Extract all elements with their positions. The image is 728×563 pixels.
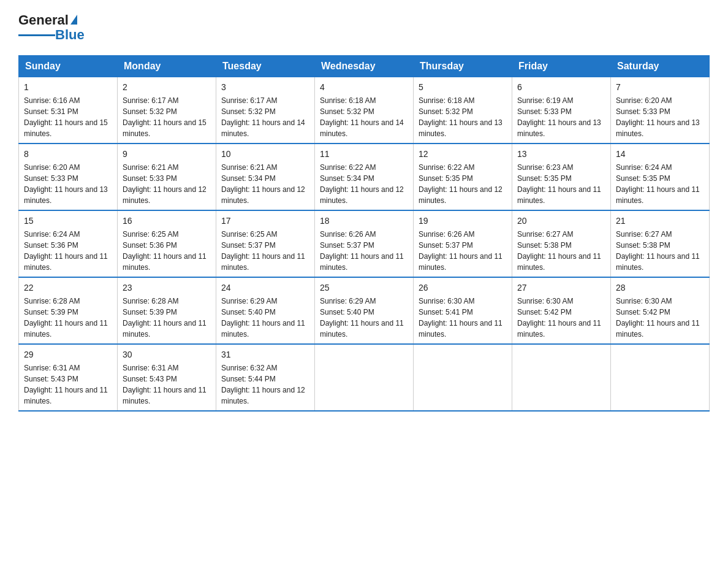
day-info: Sunrise: 6:32 AMSunset: 5:44 PMDaylight:… xyxy=(221,362,309,407)
day-info: Sunrise: 6:17 AMSunset: 5:32 PMDaylight:… xyxy=(221,95,309,139)
calendar-day-cell: 12Sunrise: 6:22 AMSunset: 5:35 PMDayligh… xyxy=(414,144,512,210)
calendar-day-cell: 19Sunrise: 6:26 AMSunset: 5:37 PMDayligh… xyxy=(414,210,512,277)
day-info: Sunrise: 6:27 AMSunset: 5:38 PMDaylight:… xyxy=(517,229,605,273)
day-info: Sunrise: 6:25 AMSunset: 5:37 PMDaylight:… xyxy=(221,229,309,273)
calendar-day-cell: 31Sunrise: 6:32 AMSunset: 5:44 PMDayligh… xyxy=(216,344,315,411)
day-info: Sunrise: 6:22 AMSunset: 5:35 PMDaylight:… xyxy=(419,162,507,206)
calendar-week-row: 29Sunrise: 6:31 AMSunset: 5:43 PMDayligh… xyxy=(19,344,710,411)
day-info: Sunrise: 6:28 AMSunset: 5:39 PMDaylight:… xyxy=(24,296,112,340)
calendar-day-cell xyxy=(315,344,414,411)
day-number: 11 xyxy=(320,148,408,161)
calendar-week-row: 22Sunrise: 6:28 AMSunset: 5:39 PMDayligh… xyxy=(19,277,710,344)
day-info: Sunrise: 6:29 AMSunset: 5:40 PMDaylight:… xyxy=(320,296,408,340)
calendar-day-cell: 20Sunrise: 6:27 AMSunset: 5:38 PMDayligh… xyxy=(512,210,611,277)
day-info: Sunrise: 6:25 AMSunset: 5:36 PMDaylight:… xyxy=(123,229,211,273)
header-tuesday: Tuesday xyxy=(216,56,315,77)
calendar-day-cell: 23Sunrise: 6:28 AMSunset: 5:39 PMDayligh… xyxy=(118,277,216,344)
day-number: 14 xyxy=(616,148,704,161)
day-info: Sunrise: 6:22 AMSunset: 5:34 PMDaylight:… xyxy=(320,162,408,206)
calendar-day-cell xyxy=(611,344,710,411)
day-info: Sunrise: 6:21 AMSunset: 5:34 PMDaylight:… xyxy=(221,162,309,206)
calendar-day-cell: 27Sunrise: 6:30 AMSunset: 5:42 PMDayligh… xyxy=(512,277,611,344)
calendar-day-cell: 29Sunrise: 6:31 AMSunset: 5:43 PMDayligh… xyxy=(19,344,118,411)
calendar-day-cell: 14Sunrise: 6:24 AMSunset: 5:35 PMDayligh… xyxy=(611,144,710,210)
day-number: 23 xyxy=(123,282,211,294)
calendar-week-row: 8Sunrise: 6:20 AMSunset: 5:33 PMDaylight… xyxy=(19,144,710,210)
calendar-day-cell: 3Sunrise: 6:17 AMSunset: 5:32 PMDaylight… xyxy=(216,77,315,144)
day-number: 13 xyxy=(517,148,605,161)
calendar-day-cell: 10Sunrise: 6:21 AMSunset: 5:34 PMDayligh… xyxy=(216,144,315,210)
day-info: Sunrise: 6:16 AMSunset: 5:31 PMDaylight:… xyxy=(24,95,112,139)
day-info: Sunrise: 6:17 AMSunset: 5:32 PMDaylight:… xyxy=(123,95,211,139)
day-info: Sunrise: 6:21 AMSunset: 5:33 PMDaylight:… xyxy=(123,162,211,206)
day-number: 18 xyxy=(320,215,408,228)
day-number: 16 xyxy=(123,215,211,228)
calendar-header-row: SundayMondayTuesdayWednesdayThursdayFrid… xyxy=(19,56,710,77)
calendar-day-cell: 1Sunrise: 6:16 AMSunset: 5:31 PMDaylight… xyxy=(19,77,118,144)
calendar-day-cell: 11Sunrise: 6:22 AMSunset: 5:34 PMDayligh… xyxy=(315,144,414,210)
day-number: 10 xyxy=(221,148,309,161)
day-number: 4 xyxy=(320,81,408,94)
calendar-day-cell: 28Sunrise: 6:30 AMSunset: 5:42 PMDayligh… xyxy=(611,277,710,344)
logo-triangle-icon xyxy=(70,15,77,25)
day-info: Sunrise: 6:31 AMSunset: 5:43 PMDaylight:… xyxy=(24,362,112,407)
day-number: 9 xyxy=(123,148,211,161)
day-info: Sunrise: 6:31 AMSunset: 5:43 PMDaylight:… xyxy=(123,362,211,407)
day-number: 12 xyxy=(419,148,507,161)
header-thursday: Thursday xyxy=(414,56,512,77)
day-info: Sunrise: 6:30 AMSunset: 5:42 PMDaylight:… xyxy=(517,296,605,340)
day-info: Sunrise: 6:30 AMSunset: 5:42 PMDaylight:… xyxy=(616,296,704,340)
page-header: General Blue xyxy=(18,12,710,43)
day-info: Sunrise: 6:30 AMSunset: 5:41 PMDaylight:… xyxy=(419,296,507,340)
day-info: Sunrise: 6:20 AMSunset: 5:33 PMDaylight:… xyxy=(616,95,704,139)
day-info: Sunrise: 6:27 AMSunset: 5:38 PMDaylight:… xyxy=(616,229,704,273)
header-monday: Monday xyxy=(118,56,216,77)
day-number: 31 xyxy=(221,348,309,361)
calendar-day-cell xyxy=(512,344,611,411)
calendar-day-cell: 15Sunrise: 6:24 AMSunset: 5:36 PMDayligh… xyxy=(19,210,118,277)
day-number: 15 xyxy=(24,215,112,228)
header-saturday: Saturday xyxy=(611,56,710,77)
day-info: Sunrise: 6:26 AMSunset: 5:37 PMDaylight:… xyxy=(320,229,408,273)
calendar-day-cell: 7Sunrise: 6:20 AMSunset: 5:33 PMDaylight… xyxy=(611,77,710,144)
day-info: Sunrise: 6:24 AMSunset: 5:36 PMDaylight:… xyxy=(24,229,112,273)
day-info: Sunrise: 6:24 AMSunset: 5:35 PMDaylight:… xyxy=(616,162,704,206)
day-info: Sunrise: 6:28 AMSunset: 5:39 PMDaylight:… xyxy=(123,296,211,340)
calendar-day-cell: 18Sunrise: 6:26 AMSunset: 5:37 PMDayligh… xyxy=(315,210,414,277)
calendar-day-cell: 30Sunrise: 6:31 AMSunset: 5:43 PMDayligh… xyxy=(118,344,216,411)
calendar-day-cell xyxy=(414,344,512,411)
header-wednesday: Wednesday xyxy=(315,56,414,77)
logo-blue: Blue xyxy=(55,27,85,43)
day-number: 25 xyxy=(320,282,408,294)
calendar-day-cell: 13Sunrise: 6:23 AMSunset: 5:35 PMDayligh… xyxy=(512,144,611,210)
calendar-day-cell: 6Sunrise: 6:19 AMSunset: 5:33 PMDaylight… xyxy=(512,77,611,144)
calendar-day-cell: 5Sunrise: 6:18 AMSunset: 5:32 PMDaylight… xyxy=(414,77,512,144)
logo: General Blue xyxy=(18,12,85,43)
day-info: Sunrise: 6:19 AMSunset: 5:33 PMDaylight:… xyxy=(517,95,605,139)
day-number: 8 xyxy=(24,148,112,161)
day-info: Sunrise: 6:20 AMSunset: 5:33 PMDaylight:… xyxy=(24,162,112,206)
day-number: 17 xyxy=(221,215,309,228)
calendar-day-cell: 24Sunrise: 6:29 AMSunset: 5:40 PMDayligh… xyxy=(216,277,315,344)
day-number: 19 xyxy=(419,215,507,228)
day-info: Sunrise: 6:23 AMSunset: 5:35 PMDaylight:… xyxy=(517,162,605,206)
day-number: 28 xyxy=(616,282,704,294)
day-number: 24 xyxy=(221,282,309,294)
day-number: 27 xyxy=(517,282,605,294)
day-number: 21 xyxy=(616,215,704,228)
calendar-week-row: 15Sunrise: 6:24 AMSunset: 5:36 PMDayligh… xyxy=(19,210,710,277)
day-number: 26 xyxy=(419,282,507,294)
day-number: 1 xyxy=(24,81,112,94)
day-number: 5 xyxy=(419,81,507,94)
day-number: 30 xyxy=(123,348,211,361)
day-number: 2 xyxy=(123,81,211,94)
day-number: 3 xyxy=(221,81,309,94)
calendar-week-row: 1Sunrise: 6:16 AMSunset: 5:31 PMDaylight… xyxy=(19,77,710,144)
day-number: 29 xyxy=(24,348,112,361)
day-number: 6 xyxy=(517,81,605,94)
day-info: Sunrise: 6:18 AMSunset: 5:32 PMDaylight:… xyxy=(419,95,507,139)
calendar-day-cell: 21Sunrise: 6:27 AMSunset: 5:38 PMDayligh… xyxy=(611,210,710,277)
day-info: Sunrise: 6:18 AMSunset: 5:32 PMDaylight:… xyxy=(320,95,408,139)
calendar-day-cell: 4Sunrise: 6:18 AMSunset: 5:32 PMDaylight… xyxy=(315,77,414,144)
calendar-day-cell: 17Sunrise: 6:25 AMSunset: 5:37 PMDayligh… xyxy=(216,210,315,277)
